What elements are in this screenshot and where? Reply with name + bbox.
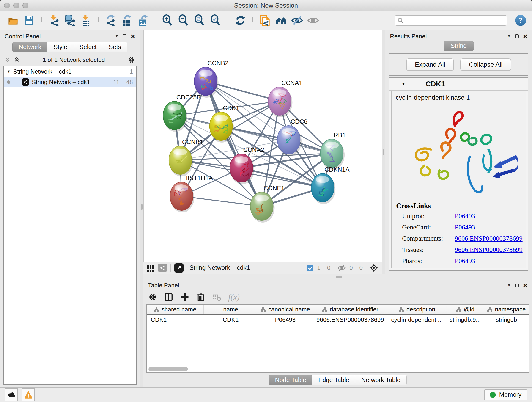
clone-network-button[interactable] [258, 13, 272, 27]
control-panel: Control Panel ▼ × Network Style Select S… [0, 30, 140, 387]
column-header[interactable]: database identifier [313, 305, 388, 315]
export-network-button[interactable] [104, 13, 118, 27]
column-header[interactable]: @id [446, 305, 484, 315]
network-graph[interactable]: CCNB2CCNA1CDC25BCDK1CDC6RB1CCNB1CCNA2CDK… [144, 30, 382, 262]
save-session-button[interactable] [22, 13, 36, 27]
selected-checkbox-icon[interactable] [307, 264, 314, 272]
import-table-button[interactable] [79, 13, 93, 27]
crosslink-value[interactable]: 9606.ENSP00000378699 [455, 246, 523, 254]
table-row[interactable]: CDK1CDK1P064939606.ENSP00000378699cyclin… [147, 315, 529, 325]
collapse-all-button[interactable]: Collapse All [460, 58, 511, 71]
crosshair-icon[interactable] [369, 263, 379, 273]
search-input[interactable] [405, 16, 505, 25]
tab-node-table[interactable]: Node Table [269, 375, 312, 385]
float-panel-icon[interactable] [123, 34, 127, 38]
network-collection-row[interactable]: ▼ String Network – cdk1 1 [4, 66, 136, 77]
horizontal-scrollbar[interactable] [148, 367, 188, 371]
zoom-in-button[interactable] [160, 13, 175, 27]
expand-all-button[interactable]: Expand All [406, 58, 454, 71]
network-canvas[interactable]: CCNB2CCNA1CDC25BCDK1CDC6RB1CCNB1CCNA2CDK… [143, 30, 382, 262]
close-panel-icon[interactable]: × [523, 34, 527, 38]
import-network-button[interactable] [47, 13, 61, 27]
collapse-all-icon[interactable] [4, 56, 11, 63]
columns-icon[interactable] [164, 293, 173, 302]
tab-sets[interactable]: Sets [103, 42, 127, 52]
panel-menu-icon[interactable]: ▼ [115, 34, 119, 38]
import-network-icon [48, 14, 60, 26]
column-header[interactable]: namespace [484, 305, 529, 315]
import-database-icon [64, 14, 76, 26]
warnings-button[interactable] [22, 389, 35, 401]
network-badge-icon[interactable] [158, 264, 167, 272]
float-panel-icon[interactable] [515, 283, 519, 287]
network-node[interactable]: CCNE1 [250, 185, 285, 223]
network-node[interactable]: CCNA1 [268, 80, 302, 117]
crosslink-value[interactable]: 9606.ENSP00000378699 [455, 235, 523, 242]
table-gear-icon[interactable] [148, 293, 157, 302]
collection-expander-icon[interactable]: ▼ [7, 70, 11, 74]
grid-view-icon[interactable] [147, 264, 154, 272]
left-splitter[interactable] [140, 30, 143, 387]
column-header[interactable]: description [388, 305, 446, 315]
network-node[interactable]: CDKN1A [311, 166, 349, 204]
crosslink-value[interactable]: P06493 [455, 257, 475, 265]
tab-network[interactable]: Network [12, 42, 47, 52]
memory-button[interactable]: Memory [484, 389, 527, 400]
minimize-window-button[interactable] [13, 2, 19, 8]
cloud-status-button[interactable] [5, 389, 18, 401]
tab-select[interactable]: Select [73, 42, 103, 52]
close-panel-icon[interactable]: × [131, 34, 135, 38]
zoom-window-button[interactable] [22, 2, 28, 8]
tab-style[interactable]: Style [47, 42, 73, 52]
node-table[interactable]: shared namenamecanonical namedatabase id… [146, 304, 529, 373]
column-header[interactable]: name [203, 305, 258, 315]
birdseye-view-icon[interactable] [174, 263, 184, 273]
column-header[interactable]: canonical name [258, 305, 312, 315]
zoom-fit-button[interactable] [192, 13, 207, 27]
results-panel-title: Results Panel [390, 33, 427, 40]
close-window-button[interactable] [4, 2, 10, 8]
help-button[interactable]: ? [515, 15, 526, 26]
splitter-handle[interactable] [383, 149, 385, 155]
close-panel-icon[interactable]: × [523, 283, 527, 288]
crosslink-value[interactable]: P06493 [455, 223, 475, 231]
crosslinks-section: CrossLinks Uniprot:P06493GeneCard:P06493… [395, 200, 523, 265]
splitter-handle[interactable] [336, 276, 342, 278]
column-header[interactable]: shared name [147, 305, 203, 315]
network-node[interactable]: CCNB1 [169, 139, 203, 177]
refresh-view-button[interactable] [233, 13, 247, 27]
protein-result-header[interactable]: ▼ CDK1 [389, 78, 528, 90]
section-expander-icon[interactable]: ▼ [401, 82, 405, 86]
splitter-handle[interactable] [141, 204, 143, 210]
gear-icon[interactable] [127, 56, 136, 64]
import-network-database-button[interactable] [63, 13, 77, 27]
network-node[interactable]: CCNB2 [194, 60, 228, 98]
horizontal-splitter[interactable] [143, 274, 532, 281]
network-node[interactable]: RB1 [320, 132, 346, 170]
hide-selected-button[interactable] [290, 13, 304, 27]
open-session-button[interactable] [6, 13, 20, 27]
network-row[interactable]: String Network – cdk1 11 48 [4, 77, 136, 87]
export-table-button[interactable] [120, 13, 134, 27]
toolbar-divider [253, 14, 253, 27]
zoom-selected-button[interactable] [209, 13, 223, 27]
tab-network-table[interactable]: Network Table [355, 375, 407, 385]
export-image-button[interactable] [136, 13, 150, 27]
expand-all-icon[interactable] [13, 56, 20, 63]
float-panel-icon[interactable] [515, 34, 519, 38]
search-box[interactable] [394, 15, 507, 26]
panel-menu-icon[interactable]: ▼ [507, 34, 511, 38]
delete-column-icon[interactable] [196, 293, 205, 302]
zoom-out-button[interactable] [177, 13, 191, 27]
refresh-icon [234, 14, 246, 26]
crosslink-value[interactable]: P06493 [455, 212, 475, 220]
panel-menu-icon[interactable]: ▼ [507, 283, 511, 288]
tab-string[interactable]: String [443, 41, 474, 51]
right-splitter[interactable] [382, 30, 385, 274]
results-actions: Expand All Collapse All [389, 53, 528, 76]
network-node[interactable]: HIST1H1A [170, 175, 213, 212]
add-column-icon[interactable] [180, 293, 189, 302]
home-networks-button[interactable] [274, 13, 288, 27]
tab-edge-table[interactable]: Edge Table [312, 375, 355, 385]
show-eye-button[interactable] [306, 13, 320, 27]
